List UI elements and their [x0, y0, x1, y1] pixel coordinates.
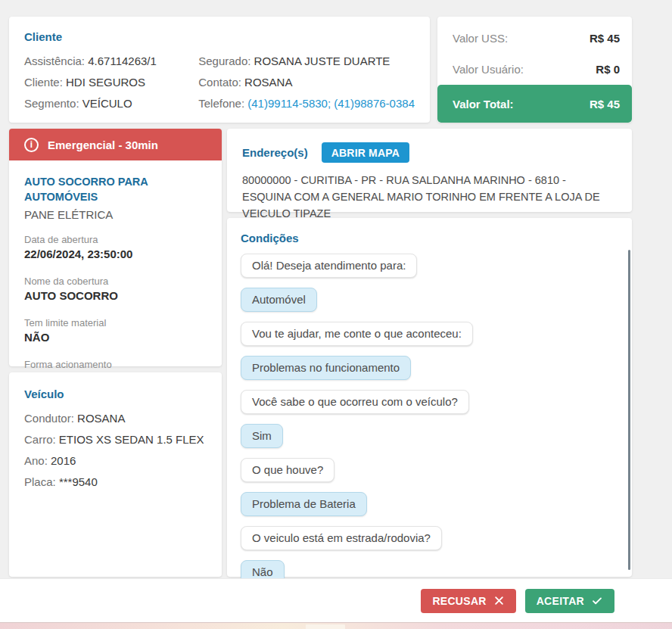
chat-message: Automóvel	[241, 288, 617, 322]
detail-limite-material: Tem limite material NÃO	[24, 316, 207, 346]
chat-message: O veiculo está em estrada/rodovia?	[241, 526, 617, 560]
field-cliente: Cliente: HDI SEGUROS	[24, 72, 198, 93]
client-card-title: Cliente	[24, 30, 415, 43]
chat-message: Vou te ajudar, me conte o que aconteceu:	[241, 322, 617, 356]
background-chip	[306, 624, 345, 629]
chat-message: O que houve?	[241, 458, 617, 492]
conditions-card: Condições Olá! Deseja atendimento para: …	[227, 218, 632, 577]
chat-message: Problemas no funcionamento	[241, 356, 617, 390]
chat-message: Problema de Bateria	[241, 492, 617, 526]
vehicle-card-title: Veículo	[24, 388, 207, 400]
chat-scrollbar[interactable]	[628, 250, 630, 570]
open-map-button[interactable]: ABRIR MAPA	[322, 142, 409, 163]
x-icon	[493, 595, 505, 606]
footer-action-bar: RECUSAR ACEITAR	[0, 578, 672, 622]
pricing-card: Valor USS: R$ 45 Valor Usuário: R$ 0 Val…	[437, 17, 632, 123]
service-title: AUTO SOCORRO PARA AUTOMÓVEIS	[24, 174, 207, 204]
field-segurado: Segurado: ROSANA JUSTE DUARTE	[198, 51, 415, 72]
field-segmento: Segmento: VEÍCULO	[24, 93, 198, 114]
client-fields: Assistência: 4.67114263/1 Cliente: HDI S…	[24, 51, 415, 114]
background-content-strip	[0, 622, 672, 629]
service-details-card: AUTO SOCORRO PARA AUTOMÓVEIS PANE ELÉTRI…	[9, 160, 222, 366]
emergency-banner: i Emergencial - 30min	[9, 129, 222, 160]
valor-uss-row: Valor USS: R$ 45	[437, 23, 632, 54]
field-assistencia: Assistência: 4.67114263/1	[24, 51, 198, 72]
field-telefone: Telefone: (41)99114-5830; (41)98876-0384	[198, 93, 415, 114]
accept-button[interactable]: ACEITAR	[525, 589, 614, 613]
phone-link[interactable]: (41)99114-5830; (41)98876-0384	[247, 97, 415, 110]
chat-message: Você sabe o que ocorreu com o veículo?	[241, 390, 617, 424]
address-card: Endereço(s) ABRIR MAPA 80000000 - CURITI…	[227, 129, 632, 212]
field-carro: Carro: ETIOS XS SEDAN 1.5 FLEX	[24, 429, 207, 450]
reject-button[interactable]: RECUSAR	[421, 589, 515, 613]
emergency-banner-label: Emergencial - 30min	[48, 139, 158, 151]
valor-total-bar: Valor Total: R$ 45	[437, 85, 632, 123]
detail-nome-cobertura: Nome da cobertura AUTO SOCORRO	[24, 275, 207, 304]
service-subtitle: PANE ELÉTRICA	[24, 208, 207, 221]
address-text: 80000000 - CURITIBA - PR - RUA SALDANHA …	[242, 172, 617, 222]
field-ano: Ano: 2016	[24, 450, 207, 472]
detail-data-abertura: Data de abertura 22/06/2024, 23:50:00	[24, 233, 207, 263]
client-card: Cliente Assistência: 4.67114263/1 Client…	[9, 17, 430, 123]
field-contato: Contato: ROSANA	[198, 72, 415, 93]
chat-message: Olá! Deseja atendimento para:	[241, 254, 617, 288]
address-card-title: Endereço(s)	[242, 146, 308, 159]
chat-message: Sim	[241, 424, 617, 458]
valor-usuario-row: Valor Usuário: R$ 0	[437, 54, 632, 85]
conditions-card-title: Condições	[241, 232, 617, 244]
vehicle-card: Veículo Condutor: ROSANA Carro: ETIOS XS…	[9, 372, 222, 577]
info-icon: i	[24, 138, 39, 152]
field-placa: Placa: ***9540	[24, 472, 207, 493]
field-condutor: Condutor: ROSANA	[24, 408, 207, 429]
check-icon	[591, 595, 603, 606]
